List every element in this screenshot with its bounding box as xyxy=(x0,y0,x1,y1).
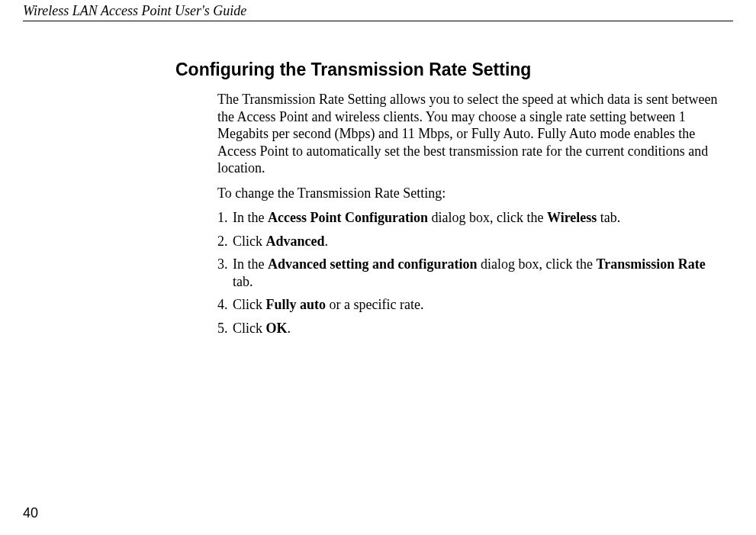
step-bold: Advanced xyxy=(266,234,325,249)
step-bold: Advanced setting and configuration xyxy=(268,256,478,272)
step-1: In the Access Point Configuration dialog… xyxy=(217,209,725,227)
step-bold: Wireless xyxy=(547,210,597,225)
step-bold: Fully auto xyxy=(266,297,327,312)
step-text: dialog box, click the xyxy=(428,210,547,225)
lead-in-paragraph: To change the Transmission Rate Setting: xyxy=(217,185,725,202)
step-bold: OK xyxy=(266,321,288,336)
step-text: Click xyxy=(233,321,266,336)
step-text: . xyxy=(325,234,329,249)
step-text: In the xyxy=(233,210,268,225)
step-4: Click Fully auto or a specific rate. xyxy=(217,296,725,314)
step-text: dialog box, click the xyxy=(478,256,597,272)
content-area: Configuring the Transmission Rate Settin… xyxy=(175,60,725,337)
step-5: Click OK. xyxy=(217,320,725,337)
step-3: In the Advanced setting and configuratio… xyxy=(217,256,725,290)
step-text: . xyxy=(288,321,291,336)
step-text: tab. xyxy=(233,274,253,289)
step-2: Click Advanced. xyxy=(217,233,725,250)
section-title: Configuring the Transmission Rate Settin… xyxy=(175,60,725,80)
steps-list: In the Access Point Configuration dialog… xyxy=(217,209,725,337)
step-text: Click xyxy=(233,297,266,312)
header-rule xyxy=(23,21,733,21)
intro-paragraph: The Transmission Rate Setting allows you… xyxy=(217,91,725,177)
step-bold: Access Point Configuration xyxy=(268,210,428,225)
step-text: In the xyxy=(233,256,268,272)
running-header: Wireless LAN Access Point User's Guide xyxy=(23,0,733,21)
step-bold: Transmission Rate xyxy=(596,256,705,272)
page-number: 40 xyxy=(23,505,38,521)
step-text: or a specific rate. xyxy=(326,297,423,312)
step-text: tab. xyxy=(597,210,620,225)
step-text: Click xyxy=(233,234,266,249)
